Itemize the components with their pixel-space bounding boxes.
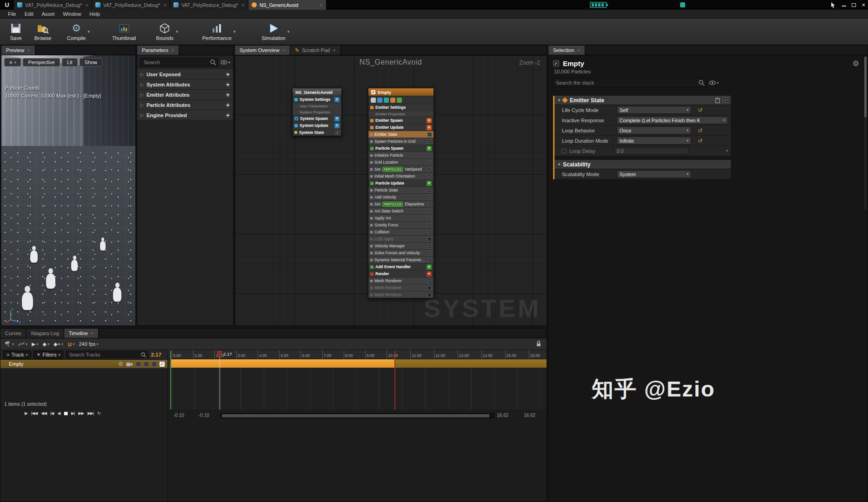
timeline-grid[interactable]	[168, 368, 547, 410]
tracks-search-input[interactable]	[66, 351, 148, 358]
add-module-button[interactable]: +	[427, 125, 432, 130]
module-enabled-checkbox[interactable]	[427, 188, 432, 192]
track-row-empty[interactable]: Empty ⚙ ✓	[0, 360, 167, 368]
module-enabled-checkbox[interactable]	[427, 223, 432, 227]
save-button[interactable]: Save	[4, 21, 28, 42]
emitter-state-section-header[interactable]: ▾ Emitter State ✓	[554, 96, 731, 105]
browse-button[interactable]: Browse	[31, 21, 55, 42]
module-enabled-checkbox[interactable]	[427, 167, 432, 172]
module-enabled-checkbox[interactable]	[427, 258, 432, 262]
snapping-toggle[interactable]: ∪ ▾	[66, 341, 76, 348]
module-enabled-checkbox[interactable]	[427, 153, 432, 158]
parameter-section-header[interactable]: ▷ Particle Attributes +	[137, 100, 233, 110]
tab-timeline[interactable]: Timeline ×	[64, 329, 99, 338]
track-toggle-icon[interactable]	[136, 362, 141, 367]
add-module-button[interactable]: +	[427, 146, 432, 151]
close-icon[interactable]: ×	[86, 2, 88, 8]
node-graph-canvas[interactable]: NS_GenericAvoid Zoom -2 NS_GenericAvoid …	[235, 55, 547, 325]
system-node[interactable]: NS_GenericAvoid System Settings +	[292, 88, 342, 136]
step-back-icon[interactable]: ◀◀	[41, 411, 47, 416]
parameter-section-header[interactable]: ▷ Engine Provided +	[137, 110, 233, 120]
emitter-stack-row[interactable]: Collision +	[368, 228, 434, 235]
emitter-stack-row[interactable]: Emitter Settings +	[368, 104, 434, 111]
emitter-tail-bar[interactable]	[395, 359, 547, 368]
tools-button[interactable]: ▾	[3, 341, 15, 347]
module-enabled-checkbox[interactable]	[427, 174, 432, 178]
emitter-stack-row[interactable]: Particle Update +	[368, 179, 434, 186]
add-module-button[interactable]: +	[334, 97, 340, 102]
playback-range-end-marker[interactable]	[394, 351, 395, 410]
timeline-scrollbar-thumb[interactable]	[222, 414, 489, 417]
close-icon[interactable]: ×	[282, 47, 285, 53]
emitter-stack-row[interactable]: Emitter Properties +	[368, 111, 434, 117]
maximize-button[interactable]	[852, 3, 856, 7]
reset-to-default-icon[interactable]: ↺	[698, 107, 702, 113]
performance-button[interactable]: Performance	[200, 21, 234, 42]
track-enabled-checkbox[interactable]: ✓	[160, 362, 165, 367]
tab-parameters[interactable]: Parameters ×	[137, 46, 179, 55]
emitter-node-header[interactable]: ✓ Empty	[368, 88, 434, 96]
emitter-stack-row[interactable]: Add Velocity +	[368, 193, 434, 200]
emitter-stack-row[interactable]: Render +	[368, 270, 434, 277]
emitter-enabled-checkbox[interactable]: ✓	[371, 90, 375, 94]
emitter-stack-row[interactable]: Solve Forces and Velocity +	[368, 249, 434, 256]
perspective-button[interactable]: Perspective	[23, 58, 60, 66]
life-cycle-mode-dropdown[interactable]: Self ▾	[617, 106, 691, 114]
pointer-icon[interactable]	[830, 2, 836, 8]
close-icon[interactable]: ×	[333, 47, 335, 53]
emitter-stack-row[interactable]: Emitter Spawn +	[368, 117, 434, 124]
module-enabled-checkbox[interactable]	[427, 244, 432, 248]
emitter-stack-row[interactable]: Apply Ani +	[368, 214, 434, 221]
track-gear-icon[interactable]: ⚙	[118, 361, 123, 367]
tab-niagara-log[interactable]: Niagara Log	[27, 329, 64, 338]
lit-button[interactable]: Lit	[62, 58, 78, 66]
tab-system-overview[interactable]: System Overview ×	[235, 46, 290, 55]
filters-button[interactable]: ▼ Filters ▾	[33, 351, 64, 359]
close-icon[interactable]: ×	[171, 47, 174, 53]
add-module-button[interactable]: +	[334, 116, 340, 121]
jump-to-start-icon[interactable]: |◀◀	[31, 411, 37, 416]
scrollbar-thumb[interactable]	[864, 57, 867, 117]
emitter-stack-row[interactable]: Dynamic Material Parameters +	[368, 256, 434, 263]
emitter-stack-row[interactable]: Initial Mesh Orientation +	[368, 172, 434, 179]
reset-to-default-icon[interactable]: ↺	[698, 127, 702, 134]
curve-editor-button[interactable]: ▾	[17, 341, 29, 347]
loop-behavior-dropdown[interactable]: Once ▾	[617, 126, 691, 134]
emitter-stack-row[interactable]: Initialize Particle +	[368, 152, 434, 159]
reverse-play-icon[interactable]: ◀	[57, 411, 60, 416]
stack-search-input[interactable]	[552, 78, 707, 87]
module-enabled-checkbox[interactable]	[427, 195, 432, 199]
timeline-scrollbar[interactable]	[220, 413, 494, 418]
thumbnail-button[interactable]: Thumbnail	[109, 21, 139, 42]
working-range-start[interactable]: -0.10	[199, 413, 209, 418]
system-stack-row[interactable]: System State +	[293, 129, 341, 136]
module-enabled-checkbox[interactable]	[427, 132, 432, 137]
system-node-header[interactable]: NS_GenericAvoid	[293, 88, 341, 96]
stack-view-options-button[interactable]: ▾	[709, 80, 719, 85]
module-enabled-checkbox[interactable]	[335, 131, 340, 135]
playhead-line[interactable]	[220, 357, 220, 410]
system-stack-row[interactable]: System Spawn +	[293, 115, 341, 122]
view-range-start[interactable]: -0.10	[174, 413, 184, 418]
tab-selection[interactable]: Selection ×	[548, 46, 585, 55]
parameter-section-header[interactable]: ▷ System Attributes +	[137, 79, 233, 90]
viewport-options-button[interactable]: ≡▾	[4, 58, 21, 66]
emitter-stack-row[interactable]: Particle Spawn +	[368, 145, 434, 152]
show-button[interactable]: Show	[80, 58, 103, 66]
emitter-stack-row[interactable]: Gravity Force +	[368, 221, 434, 228]
add-parameter-button[interactable]: +	[226, 81, 230, 88]
doc-tab-vat-3[interactable]: VAT_PolyReduce_Debug* ×	[170, 0, 248, 10]
track-toggle-icon[interactable]	[144, 362, 149, 367]
compile-button[interactable]: ⚙ Compile	[64, 21, 88, 42]
tab-preview[interactable]: Preview ×	[1, 46, 35, 55]
emitter-stack-row[interactable]: Velocity Manager +	[368, 242, 434, 249]
reset-to-default-icon[interactable]: ↺	[698, 138, 702, 144]
playback-options-button[interactable]: ▶ ▾	[30, 341, 40, 347]
close-icon[interactable]: ×	[27, 47, 30, 53]
close-icon[interactable]: ×	[242, 2, 245, 8]
preview-viewport[interactable]: ≡▾ Perspective Lit Show Particle Counts …	[1, 55, 135, 325]
camera-icon[interactable]	[126, 362, 133, 367]
inactive-response-dropdown[interactable]: Complete (Let Particles Finish then K ▾	[617, 116, 728, 124]
module-enabled-checkbox[interactable]	[427, 251, 432, 255]
scalability-mode-dropdown[interactable]: System ▾	[617, 170, 691, 178]
